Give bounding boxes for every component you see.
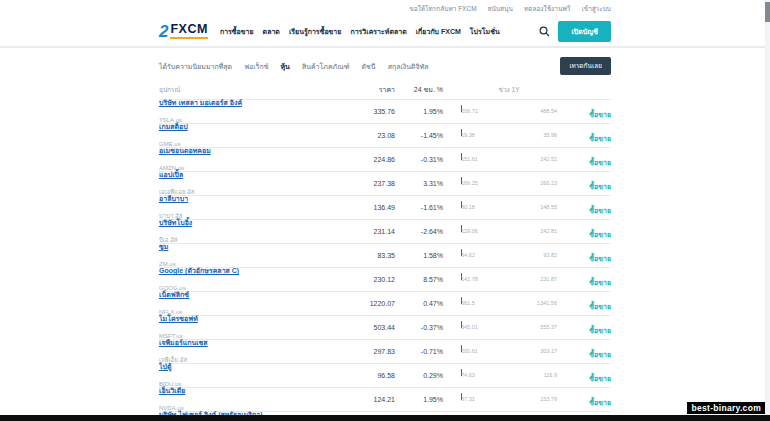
instrument-link[interactable]: ไป่ตู้	[159, 361, 345, 372]
trade-link[interactable]: ซื้อขาย	[589, 399, 611, 406]
instrument-tabs: ได้รับความนิยมมากที่สุด ฟอเร็กซ์ หุ้น สิ…	[159, 58, 548, 75]
trade-now-button[interactable]: เทรดกันเลย	[560, 57, 611, 75]
instrument-link[interactable]: บริษัทโบอิ้ง	[159, 217, 345, 228]
scrollbar-thumb[interactable]	[765, 2, 770, 22]
fxcm-logo[interactable]: 2 FXCM	[159, 23, 208, 40]
range-bar-marker	[461, 369, 463, 376]
trade-link[interactable]: ซื้อขาย	[589, 375, 611, 382]
range-1y-cell: 64.62 93.82	[461, 252, 557, 259]
trade-link[interactable]: ซื้อขาย	[589, 255, 611, 262]
utility-link[interactable]: ขอให้โทรกลับหา FXCM	[409, 4, 476, 14]
nav-item[interactable]: การวิเคราะห์ตลาด	[350, 26, 406, 37]
trade-link[interactable]: ซื้อขาย	[589, 231, 611, 238]
range-bar-marker	[461, 273, 463, 280]
instrument-change-24h: -0.31%	[395, 156, 443, 163]
instrument-tab[interactable]: หุ้น	[280, 58, 289, 75]
col-header-price: ราคา	[345, 84, 395, 95]
instrument-tab[interactable]: สกุลเงินดิจิทัล	[388, 58, 429, 75]
trade-link[interactable]: ซื้อขาย	[589, 135, 611, 142]
instrument-link[interactable]: อาลีบาบา	[159, 193, 345, 204]
instrument-price: 231.14	[345, 228, 395, 235]
range-high-label: 35.96	[543, 133, 557, 139]
trade-link[interactable]: ซื้อขาย	[589, 351, 611, 358]
instrument-tab[interactable]: ฟอเร็กซ์	[244, 58, 268, 75]
range-1y-cell: 151.61 242.52	[461, 156, 557, 163]
instrument-price: 335.76	[345, 108, 395, 115]
range-high-label: 260.23	[540, 181, 557, 187]
trade-link[interactable]: ซื้อขาย	[589, 303, 611, 310]
utility-links: ขอให้โทรกลับหา FXCM สนับสนุน ทดลองใช้งาน…	[159, 4, 611, 14]
range-bar-marker	[461, 297, 463, 304]
instrument-price: 224.86	[345, 156, 395, 163]
range-1y-cell: 200.61 303.17	[461, 348, 557, 355]
instrument-price: 124.21	[345, 396, 395, 403]
bottom-black-bar	[0, 415, 770, 421]
range-high-label: 555.37	[540, 325, 557, 331]
instrument-tab[interactable]: ได้รับความนิยมมากที่สุด	[159, 58, 232, 75]
fxcm-logo-text: FXCM	[170, 23, 207, 36]
range-1y-cell: 19.38 35.96	[461, 132, 557, 139]
trade-link[interactable]: ซื้อขาย	[589, 327, 611, 334]
range-1y-cell: 74.63 116.9	[461, 372, 557, 379]
instrument-tab[interactable]: ดัชนี	[362, 58, 376, 75]
instrument-link[interactable]: เน็ตฟลิกซ์	[159, 289, 345, 300]
instrument-price: 503.44	[345, 324, 395, 331]
range-low-label: 87.31	[461, 397, 475, 403]
nav-item[interactable]: เกี่ยวกับ FXCM	[416, 26, 461, 37]
utility-bar: ขอให้โทรกลับหา FXCM สนับสนุน ทดลองใช้งาน…	[0, 0, 770, 16]
instrument-price: 96.58	[345, 372, 395, 379]
range-bar-marker	[461, 321, 463, 328]
range-low-label: 661.5	[461, 301, 475, 307]
instrument-change-24h: 1.95%	[395, 396, 443, 403]
utility-link[interactable]: ทดลองใช้งานฟรี	[524, 4, 571, 14]
range-bar-marker	[461, 393, 463, 400]
range-low-label: 129.06	[461, 229, 478, 235]
open-account-button[interactable]: เปิดบัญชี	[558, 21, 611, 42]
trade-link[interactable]: ซื้อขาย	[589, 159, 611, 166]
trade-link[interactable]: ซื้อขาย	[589, 207, 611, 214]
range-1y-cell: 661.5 1341.56	[461, 300, 557, 307]
instrument-filter-row: ได้รับความนิยมมากที่สุด ฟอเร็กซ์ หุ้น สิ…	[0, 57, 770, 75]
instrument-link[interactable]: Google (ตัวอักษรคลาส C)	[159, 265, 345, 276]
instrument-tab[interactable]: สินค้าโภคภัณฑ์	[302, 58, 350, 75]
trade-link[interactable]: ซื้อขาย	[589, 111, 611, 118]
trade-link[interactable]: ซื้อขาย	[589, 279, 611, 286]
col-header-change: 24 ชม. %	[395, 84, 443, 95]
range-bar-marker	[461, 201, 463, 208]
range-1y-cell: 206.71 488.54	[461, 108, 557, 115]
instrument-change-24h: -2.64%	[395, 228, 443, 235]
instrument-change-24h: -0.71%	[395, 348, 443, 355]
range-low-label: 64.62	[461, 253, 475, 259]
instrument-link[interactable]: เจพีมอร์แกนเชส	[159, 337, 345, 348]
nav-item[interactable]: การซื้อขาย	[220, 26, 254, 37]
instrument-link[interactable]: แอปเปิ้ล	[159, 169, 345, 180]
instrument-link[interactable]: ซูม	[159, 241, 345, 252]
range-low-label: 19.38	[461, 133, 475, 139]
instrument-link[interactable]: เกมสต็อป	[159, 121, 345, 132]
utility-link[interactable]: เข้าสู่ระบบ	[581, 4, 611, 14]
nav-item[interactable]: โปรโมชั่น	[470, 26, 500, 37]
range-high-label: 242.52	[540, 157, 557, 163]
search-icon[interactable]	[539, 26, 550, 37]
nav-item[interactable]: เรียนรู้การซื้อขาย	[289, 26, 342, 37]
instrument-price: 136.49	[345, 204, 395, 211]
scrollbar-track[interactable]	[765, 0, 770, 421]
range-1y-cell: 169.25 260.23	[461, 180, 557, 187]
instrument-link[interactable]: เอ็นวิเดีย	[159, 385, 345, 396]
range-low-label: 74.63	[461, 373, 475, 379]
instrument-link[interactable]: อเมซอนดอทคอม	[159, 145, 345, 156]
range-bar-marker	[461, 105, 463, 112]
range-1y-cell: 142.78 231.87	[461, 276, 557, 283]
range-high-label: 242.81	[540, 229, 557, 235]
utility-link[interactable]: สนับสนุน	[488, 4, 513, 14]
trade-link[interactable]: ซื้อขาย	[589, 183, 611, 190]
instrument-link[interactable]: บริษัท เทสลา มอเตอร์ส อิงค์	[159, 97, 345, 108]
instrument-price: 1220.07	[345, 300, 395, 307]
range-1y-cell: 87.31 153.79	[461, 396, 557, 403]
col-header-range: ช่วง 1Y	[461, 85, 557, 95]
instrument-link[interactable]: ไมโครซอฟท์	[159, 313, 345, 324]
fxcm-logo-strip	[170, 37, 207, 40]
range-bar-marker	[461, 225, 463, 232]
range-low-label: 80.18	[461, 205, 475, 211]
nav-item[interactable]: ตลาด	[263, 26, 280, 37]
